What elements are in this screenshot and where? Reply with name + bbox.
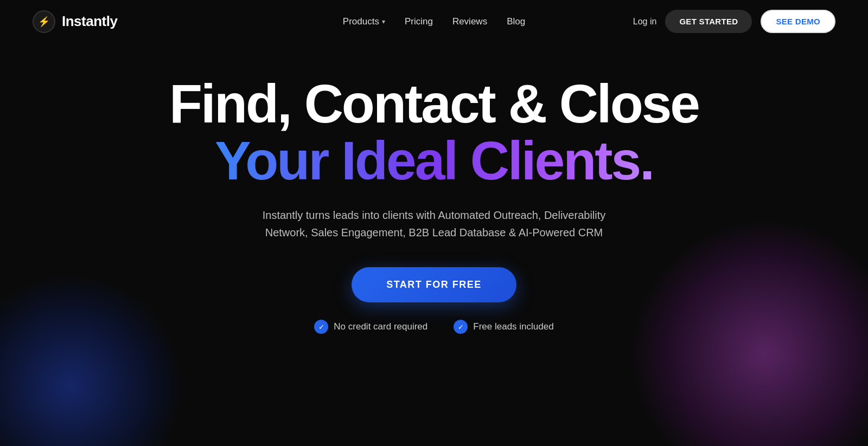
logo-link[interactable]: ⚡ Instantly — [33, 10, 117, 33]
logo-icon: ⚡ — [33, 10, 55, 33]
badge-text-1: No credit card required — [334, 321, 427, 332]
nav-blog[interactable]: Blog — [507, 16, 525, 27]
nav-products[interactable]: Products ▾ — [343, 16, 385, 27]
hero-section: Find, Contact & Close Your Ideal Clients… — [0, 43, 868, 334]
hero-title-line1: Find, Contact & Close — [169, 75, 699, 132]
see-demo-button[interactable]: SEE DEMO — [761, 10, 835, 33]
login-button[interactable]: Log in — [633, 17, 657, 27]
hero-title-line2: Your Ideal Clients. — [215, 132, 653, 189]
check-icon-1: ✓ — [314, 320, 328, 334]
hero-subtitle: Instantly turns leads into clients with … — [250, 206, 618, 241]
nav-pricing[interactable]: Pricing — [405, 16, 433, 27]
badge-no-credit-card: ✓ No credit card required — [314, 320, 427, 334]
start-free-button[interactable]: START FOR FREE — [352, 267, 516, 302]
hero-badges: ✓ No credit card required ✓ Free leads i… — [314, 320, 553, 334]
get-started-button[interactable]: GET STARTED — [665, 10, 752, 33]
nav-links: Products ▾ Pricing Reviews Blog — [343, 16, 525, 27]
nav-reviews[interactable]: Reviews — [452, 16, 487, 27]
chevron-down-icon: ▾ — [382, 18, 385, 25]
badge-free-leads: ✓ Free leads included — [454, 320, 553, 334]
nav-actions: Log in GET STARTED SEE DEMO — [633, 10, 835, 33]
navbar: ⚡ Instantly Products ▾ Pricing Reviews B… — [0, 0, 868, 43]
logo-text: Instantly — [62, 13, 117, 30]
badge-text-2: Free leads included — [473, 321, 553, 332]
lightning-icon: ⚡ — [38, 16, 50, 28]
check-icon-2: ✓ — [454, 320, 468, 334]
